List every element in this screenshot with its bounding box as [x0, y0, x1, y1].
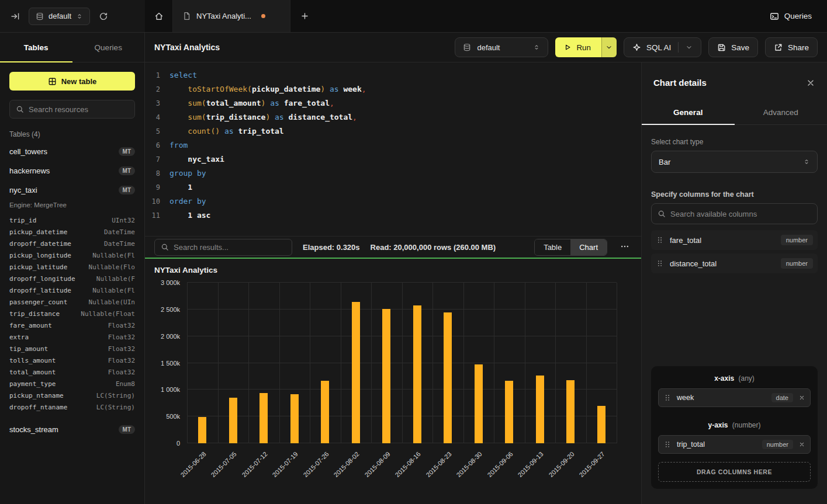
available-column-fare-total[interactable]: fare_total number	[651, 230, 818, 250]
sidebar-search-input[interactable]	[29, 105, 129, 114]
available-column-distance-total[interactable]: distance_total number	[651, 253, 818, 273]
unsaved-changes-dot	[261, 14, 265, 18]
chart-bar[interactable]	[413, 305, 421, 443]
table-column-row[interactable]: tip_amountFloat32	[0, 343, 144, 354]
table-column-row[interactable]: dropoff_longitudeNullable(F	[0, 273, 144, 284]
y-axis-field[interactable]: trip_total number	[658, 435, 811, 454]
topbar-left: default	[0, 0, 145, 32]
sidebar-tab-tables[interactable]: Tables	[0, 33, 72, 62]
table-column-row[interactable]: extraFloat32	[0, 331, 144, 343]
sql-editor[interactable]: 1select2 toStartOfWeek(pickup_datetime) …	[145, 62, 641, 236]
remove-y-axis-column-icon[interactable]	[798, 441, 805, 448]
run-options-button[interactable]	[601, 37, 617, 57]
sidebar-tab-queries[interactable]: Queries	[72, 33, 145, 62]
share-button[interactable]: Share	[765, 37, 818, 57]
table-item-stocks-stream[interactable]: stocks_stream MT	[0, 420, 144, 439]
tab-general[interactable]: General	[642, 102, 735, 124]
database-selector[interactable]: default	[29, 8, 90, 25]
code-line[interactable]: 7 nyc_taxi	[145, 152, 641, 166]
results-search-input[interactable]	[174, 243, 286, 252]
refresh-icon[interactable]	[99, 12, 108, 21]
chart-bar[interactable]	[259, 393, 268, 443]
chart-bar[interactable]	[352, 302, 360, 443]
sql-ai-button[interactable]: SQL AI	[624, 37, 701, 57]
code-line[interactable]: 3 sum(total_amount) as fare_total,	[145, 96, 641, 110]
chart-type-select[interactable]: Bar	[651, 151, 818, 173]
chart-bar[interactable]	[321, 381, 329, 443]
column-type: Float32	[108, 345, 135, 353]
columns-search[interactable]	[651, 203, 818, 224]
topbar: default NYTaxi Analyti... Queries	[0, 0, 827, 33]
x-axis-tick: 2015-07-19	[271, 450, 299, 478]
chart-bar[interactable]	[382, 309, 390, 443]
query-tab[interactable]: NYTaxi Analyti...	[173, 0, 290, 32]
results-search[interactable]	[154, 239, 292, 256]
view-table-button[interactable]: Table	[535, 239, 570, 255]
drop-zone[interactable]: DRAG COLUMNS HERE	[658, 462, 811, 482]
table-column-row[interactable]: fare_amountFloat32	[0, 319, 144, 331]
run-button[interactable]: Run	[555, 37, 601, 57]
table-column-row[interactable]: pickup_longitudeNullable(Fl	[0, 249, 144, 261]
header-database-selector[interactable]: default	[455, 37, 548, 57]
table-grid-icon	[48, 77, 57, 86]
drag-handle-icon[interactable]	[663, 394, 672, 402]
queries-button[interactable]: Queries	[755, 0, 827, 32]
table-column-row[interactable]: dropoff_latitudeNullable(Fl	[0, 284, 144, 296]
code-line[interactable]: 11 1 asc	[145, 208, 641, 223]
chart-bar[interactable]	[566, 380, 575, 443]
table-column-row[interactable]: passenger_countNullable(UIn	[0, 296, 144, 308]
code-line[interactable]: 6from	[145, 138, 641, 152]
table-column-row[interactable]: dropoff_datetimeDateTime	[0, 238, 144, 249]
table-item-cell-towers[interactable]: cell_towers MT	[0, 142, 144, 161]
code-line[interactable]: 8group by	[145, 166, 641, 180]
chart-bar[interactable]	[290, 394, 299, 443]
table-column-row[interactable]: dropoff_ntanameLC(String)	[0, 401, 144, 413]
table-column-row[interactable]: payment_typeEnum8	[0, 378, 144, 390]
code-line[interactable]: 4 sum(trip_distance) as distance_total,	[145, 110, 641, 124]
table-item-nyc-taxi[interactable]: nyc_taxi MT	[0, 180, 144, 200]
chart-bar[interactable]	[597, 406, 605, 443]
code-line[interactable]: 5 count() as trip_total	[145, 124, 641, 138]
chart-bar[interactable]	[505, 381, 513, 443]
x-axis-tick: 2015-09-13	[517, 450, 545, 478]
code-line[interactable]: 10order by	[145, 194, 641, 208]
code-line[interactable]: 1select	[145, 68, 641, 82]
chart-bar[interactable]	[536, 376, 544, 443]
columns-search-input[interactable]	[670, 210, 811, 218]
chart-bar[interactable]	[229, 398, 237, 443]
new-tab-button[interactable]	[290, 0, 319, 32]
chart-bar[interactable]	[475, 364, 483, 443]
drag-handle-icon[interactable]	[656, 259, 664, 267]
tab-advanced[interactable]: Advanced	[735, 102, 827, 124]
view-chart-button[interactable]: Chart	[570, 239, 607, 255]
drag-handle-icon[interactable]	[663, 440, 672, 449]
sidebar-search[interactable]	[9, 100, 135, 119]
code-line[interactable]: 9 1	[145, 180, 641, 194]
chart-bar[interactable]	[198, 417, 206, 443]
collapse-sidebar-icon[interactable]	[11, 12, 20, 21]
table-column-row[interactable]: total_amountFloat32	[0, 366, 144, 378]
table-column-row[interactable]: trip_idUInt32	[0, 214, 144, 226]
remove-x-axis-column-icon[interactable]	[798, 394, 805, 401]
home-tab[interactable]	[145, 0, 173, 32]
queries-label: Queries	[784, 12, 812, 20]
save-button[interactable]: Save	[708, 37, 758, 57]
close-panel-icon[interactable]	[806, 78, 815, 88]
new-table-button[interactable]: New table	[9, 72, 135, 91]
save-label: Save	[731, 43, 749, 52]
x-axis-tick: 2015-08-09	[363, 450, 391, 478]
table-column-row[interactable]: pickup_ntanameLC(String)	[0, 390, 144, 401]
table-column-row[interactable]: pickup_datetimeDateTime	[0, 226, 144, 238]
table-item-hackernews[interactable]: hackernews MT	[0, 161, 144, 180]
table-column-row[interactable]: tolls_amountFloat32	[0, 354, 144, 366]
drag-handle-icon[interactable]	[656, 236, 664, 244]
chart-bar[interactable]	[444, 312, 452, 443]
table-column-row[interactable]: pickup_latitudeNullable(Flo	[0, 261, 144, 273]
run-button-group: Run	[555, 37, 616, 57]
x-axis-field[interactable]: week date	[658, 388, 811, 407]
code-line[interactable]: 2 toStartOfWeek(pickup_datetime) as week…	[145, 82, 641, 96]
share-label: Share	[788, 43, 809, 52]
search-icon	[658, 210, 666, 218]
more-options-button[interactable]	[618, 239, 632, 255]
table-column-row[interactable]: trip_distanceNullable(Float	[0, 308, 144, 319]
